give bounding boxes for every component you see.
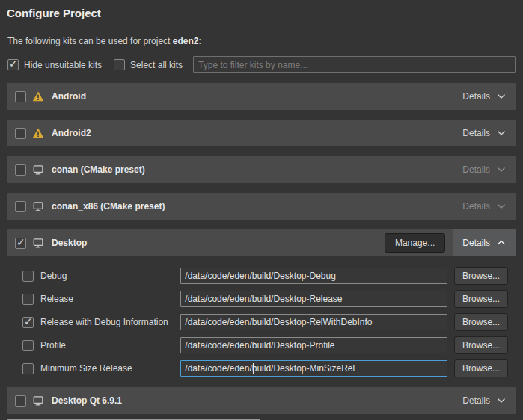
hide-unsuitable-group[interactable]: Hide unsuitable kits — [7, 59, 102, 70]
controls-row: Hide unsuitable kits Select all kits — [7, 56, 516, 73]
chevron-down-icon — [497, 203, 506, 209]
project-name: eden2 — [173, 36, 199, 46]
kit-right: Details — [453, 387, 516, 414]
input-wrap — [180, 337, 447, 353]
kit-checkbox-conan[interactable] — [15, 164, 26, 176]
kit-right: Details — [453, 193, 516, 220]
build-dir-input-relwithdebinfo[interactable] — [180, 314, 447, 330]
config-row-debug: Debug Browse... — [15, 267, 508, 285]
browse-button-release[interactable]: Browse... — [454, 290, 508, 308]
input-wrap — [180, 268, 447, 284]
config-label: Debug — [40, 271, 67, 281]
kit-name: Android — [52, 91, 86, 102]
kit-left: Android2 — [15, 127, 91, 139]
config-row-profile: Profile Browse... — [15, 336, 508, 354]
page-title: Configure Project — [0, 0, 523, 25]
kit-row-desktop-qt-691: Desktop Qt 6.9.1 Details — [7, 387, 516, 414]
kit-checkbox-android2[interactable] — [15, 128, 26, 139]
browse-button-profile[interactable]: Browse... — [454, 336, 508, 354]
manage-button[interactable]: Manage... — [385, 233, 445, 253]
build-dir-input-release[interactable] — [180, 291, 447, 307]
config-row-release: Release Browse... — [15, 290, 508, 308]
config-label-wrap: Profile — [22, 340, 180, 351]
kit-name: Android2 — [52, 128, 91, 138]
kit-checkbox-desktop[interactable] — [15, 238, 26, 249]
select-all-label: Select all kits — [130, 60, 183, 70]
select-all-group[interactable]: Select all kits — [114, 59, 183, 70]
input-wrap — [180, 360, 447, 377]
config-label: Release — [40, 294, 73, 304]
kit-checkbox-conan-x86[interactable] — [15, 201, 26, 212]
config-label-wrap: Debug — [22, 271, 180, 282]
config-row-relwithdebinfo: Release with Debug Information Browse... — [15, 313, 508, 331]
details-label: Details — [462, 128, 490, 138]
browse-button-relwithdebinfo[interactable]: Browse... — [454, 313, 508, 331]
kit-left: Android — [15, 90, 86, 102]
config-row-minsizerel: Minimum Size Release Browse... — [15, 359, 508, 377]
desktop-icon — [32, 237, 44, 249]
intro-suffix: : — [198, 36, 201, 46]
details-button-conan[interactable]: Details — [453, 156, 516, 183]
build-dir-input-profile[interactable] — [180, 337, 447, 353]
config-checkbox-profile[interactable] — [22, 340, 34, 351]
kit-row-android2: Android2 Details — [7, 120, 516, 146]
kit-name: conan (CMake preset) — [52, 164, 145, 175]
title-separator — [0, 25, 523, 25]
kit-list: Android Details Android2 Details — [7, 83, 516, 414]
desktop-kit-details-panel: Debug Browse... Release Browse... Releas… — [15, 266, 508, 377]
intro-prefix: The following kits can be used for proje… — [7, 36, 173, 46]
chevron-up-icon — [497, 240, 506, 246]
config-label-wrap: Minimum Size Release — [22, 363, 180, 374]
kit-name: Desktop Qt 6.9.1 — [52, 395, 122, 406]
hide-unsuitable-checkbox[interactable] — [7, 59, 19, 70]
kit-row-android: Android Details — [7, 83, 516, 110]
build-dir-input-debug[interactable] — [180, 268, 447, 284]
kit-checkbox-android[interactable] — [15, 91, 26, 102]
details-button-desktop-qt-691[interactable]: Details — [453, 387, 516, 414]
details-label: Details — [462, 395, 490, 406]
config-label-wrap: Release with Debug Information — [22, 317, 180, 328]
config-label: Minimum Size Release — [40, 363, 132, 374]
kit-left: conan (CMake preset) — [15, 164, 145, 176]
details-label: Details — [462, 238, 490, 248]
desktop-icon — [32, 200, 44, 212]
details-button-conan-x86[interactable]: Details — [453, 193, 516, 220]
chevron-down-icon — [497, 398, 506, 404]
config-label-wrap: Release — [22, 294, 180, 305]
config-label: Profile — [40, 340, 66, 350]
details-button-android2[interactable]: Details — [453, 120, 516, 146]
details-button-android[interactable]: Details — [453, 83, 516, 110]
config-label: Release with Debug Information — [40, 317, 168, 327]
kit-right: Details — [453, 156, 516, 183]
chevron-down-icon — [497, 130, 506, 136]
kit-right: Details — [453, 83, 516, 110]
build-dir-input-minsizerel[interactable] — [180, 360, 447, 377]
kit-left: conan_x86 (CMake preset) — [15, 200, 165, 212]
kit-left: Desktop Qt 6.9.1 — [15, 395, 122, 407]
details-label: Details — [462, 201, 490, 211]
config-checkbox-release[interactable] — [22, 294, 34, 305]
input-wrap — [180, 314, 447, 330]
config-checkbox-debug[interactable] — [22, 271, 34, 282]
warning-icon — [32, 127, 44, 139]
kit-checkbox-desktop-qt-691[interactable] — [15, 395, 26, 407]
kit-name: Desktop — [52, 238, 87, 248]
warning-icon — [32, 90, 44, 102]
browse-button-minsizerel[interactable]: Browse... — [454, 359, 508, 377]
kit-filter-input[interactable] — [193, 56, 516, 73]
details-button-desktop[interactable]: Details — [453, 229, 516, 256]
desktop-icon — [32, 395, 44, 407]
browse-button-debug[interactable]: Browse... — [454, 267, 508, 285]
hide-unsuitable-label: Hide unsuitable kits — [24, 60, 102, 70]
select-all-checkbox[interactable] — [114, 59, 125, 70]
text-cursor — [253, 363, 254, 374]
kit-left: Desktop — [15, 237, 87, 249]
config-checkbox-minsizerel[interactable] — [22, 363, 34, 374]
kit-row-conan: conan (CMake preset) Details — [7, 156, 516, 183]
kit-right: Manage... Details — [385, 229, 516, 256]
chevron-down-icon — [497, 167, 506, 173]
details-label: Details — [462, 91, 490, 102]
input-wrap — [180, 291, 447, 307]
desktop-icon — [32, 164, 44, 176]
config-checkbox-relwithdebinfo[interactable] — [22, 317, 34, 328]
